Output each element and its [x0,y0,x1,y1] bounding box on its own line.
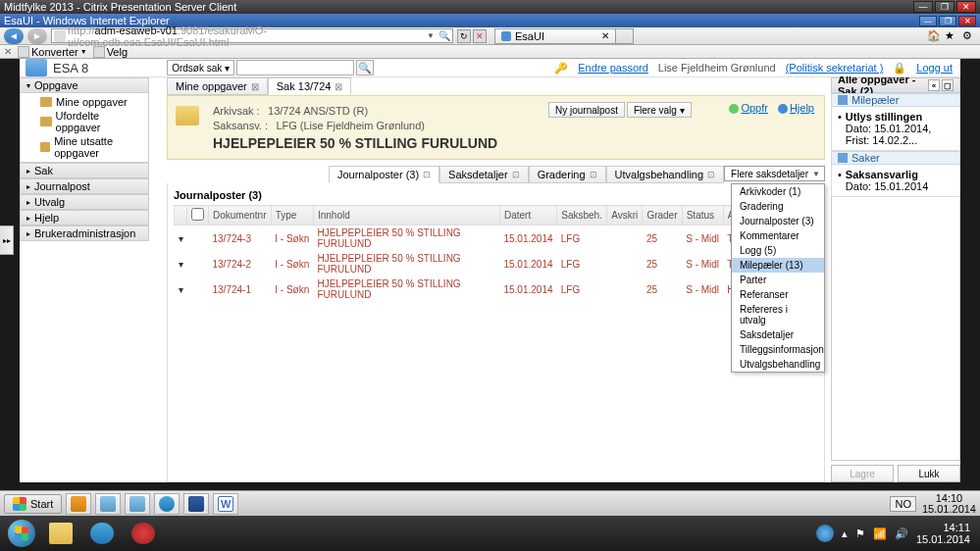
taskbar-icon-citrix[interactable] [124,519,163,548]
dropdown-item-saksdetaljer[interactable]: Saksdetaljer [732,327,824,342]
toolbar-close-button[interactable]: ✕ [4,46,12,57]
flere-valg-button[interactable]: Flere valg ▾ [627,102,692,118]
col-datert[interactable]: Datert [499,206,556,225]
dropdown-item-parter[interactable]: Parter [732,273,824,287]
col-saksbeh[interactable]: Saksbeh. [557,206,607,225]
dropdown-item-referanser[interactable]: Referanser [732,287,824,302]
new-tab-button[interactable] [616,28,634,44]
ie-close-button[interactable]: ✕ [958,16,976,26]
language-indicator[interactable]: NO [890,496,916,512]
pin-icon[interactable]: ⊡ [423,170,431,179]
back-button[interactable]: ◄ [4,28,24,44]
hjelp-link[interactable]: Hjelp [790,102,814,114]
panel-close-button[interactable]: ▢ [942,79,954,91]
sidebar-section-brukeradmin[interactable]: ▸ Brukeradministrasjon [20,225,149,241]
dropdown-item-arkivkoder[interactable]: Arkivkoder (1) [732,184,824,199]
outer-clock[interactable]: 14:11 15.01.2014 [916,522,970,545]
home-icon[interactable]: 🏠 [927,29,941,43]
select-all-checkbox[interactable] [191,208,204,221]
oppfr-link[interactable]: Oppfr [741,102,768,114]
refresh-button[interactable]: ↻ [457,29,471,43]
lukk-button[interactable]: Lukk [898,465,960,482]
expand-icon[interactable]: ▾ [175,251,187,276]
citrix-close-button[interactable]: ✕ [956,1,976,13]
ie-maximize-button[interactable]: ❐ [939,16,956,26]
subtab-utvalgsbehandling[interactable]: Utvalgsbehandling ⊡ [606,166,725,183]
tab-mine-oppgaver[interactable]: Mine oppgaver ⊠ [167,77,268,95]
pin-icon[interactable]: ⊡ [707,170,715,179]
lagre-button[interactable]: Lagre [831,465,894,482]
task-item[interactable]: • Utlys stillingen Dato: 15.01.2014, Fri… [831,107,960,151]
change-password-link[interactable]: Endre passord [578,62,648,74]
taskbar-icon-explorer2[interactable] [125,493,150,515]
tab-close-button[interactable]: ✕ [601,30,609,41]
inner-start-button[interactable]: Start [4,494,62,514]
col-type[interactable]: Type [271,206,313,225]
volume-icon[interactable]: 🔊 [895,527,908,540]
col-grader[interactable]: Grader [643,206,682,225]
sidebar-item-ufordelte[interactable]: Ufordelte oppgaver [21,109,148,134]
tab-close-icon[interactable]: ⊠ [335,81,342,92]
ie-minimize-button[interactable]: — [919,16,937,26]
flag-icon[interactable]: ⚑ [855,527,865,540]
pin-icon[interactable]: ⊡ [512,170,520,179]
subtab-saksdetaljer[interactable]: Saksdetaljer ⊡ [439,166,529,183]
dropdown-item-journalposter[interactable]: Journalposter (3) [732,214,824,228]
taskbar-icon-explorer[interactable] [95,493,121,515]
start-button[interactable] [4,516,39,551]
forward-button[interactable]: ► [27,28,47,44]
tab-close-icon[interactable]: ⊠ [251,81,259,92]
search-type-select[interactable]: Ordsøk sak ▾ [167,60,234,75]
action-center-icon[interactable] [816,525,834,542]
flere-saksdetaljer-select[interactable]: Flere saksdetaljer [724,166,825,181]
section-milepaeler[interactable]: Milepæler [831,93,960,107]
tools-icon[interactable]: ⚙ [962,29,976,43]
dropdown-item-utvalg[interactable]: Utvalgsbehandling [732,357,824,372]
col-status[interactable]: Status [682,206,723,225]
sidebar-section-sak[interactable]: ▸ Sak [20,163,149,178]
stop-button[interactable]: ✕ [473,29,487,43]
network-icon[interactable]: 📶 [873,527,887,540]
expand-icon[interactable]: ▾ [175,225,187,252]
task-item[interactable]: • Saksansvarlig Dato: 15.01.2014 [831,165,960,197]
dropdown-item-logg[interactable]: Logg (5) [732,243,824,258]
dropdown-item-milepaeler[interactable]: Milepæler (13) [732,258,824,273]
politisk-link[interactable]: (Politisk sekretariat ) [786,62,884,74]
logout-link[interactable]: Logg ut [916,62,953,74]
taskbar-icon-app[interactable] [183,493,209,515]
table-row[interactable]: ▾13/724-1I - SøknHJELPEPLEIER 50 % STILL… [175,276,818,302]
sidebar-section-journalpost[interactable]: ▸ Journalpost [20,178,149,194]
sidebar-collapse-handle[interactable]: ▸▸ [0,225,14,255]
taskbar-icon-outlook[interactable] [66,493,91,515]
col-dokumentnr[interactable]: Dokumentnr [209,206,272,225]
sidebar-section-oppgave[interactable]: ▾ Oppgave [20,77,149,93]
section-saker[interactable]: Saker [831,151,960,165]
konverter-button[interactable]: Konverter ▼ [18,46,87,58]
tab-sak[interactable]: Sak 13/724 ⊠ [268,77,352,95]
velg-button[interactable]: Velg [93,46,128,58]
taskbar-icon-ie[interactable] [82,519,122,548]
table-row[interactable]: ▾13/724-3I - SøknHJELPEPLEIER 50 % STILL… [175,225,818,252]
address-bar[interactable]: http://adm-esaweb-v01:9081/esakuraMO-ui/… [51,28,453,43]
ny-journalpost-button[interactable]: Ny journalpost [548,102,625,118]
citrix-maximize-button[interactable]: ❐ [935,1,954,13]
table-row[interactable]: ▾13/724-2I - SøknHJELPEPLEIER 50 % STILL… [175,251,818,276]
col-avskri[interactable]: Avskri [607,206,643,225]
sidebar-item-mine-oppgaver[interactable]: Mine oppgaver [21,95,148,109]
taskbar-icon-ie[interactable] [154,493,180,515]
search-input[interactable] [236,60,354,75]
browser-tab-esaui[interactable]: EsaUI ✕ [494,28,616,44]
col-checkbox[interactable] [187,206,209,225]
sidebar-section-hjelp[interactable]: ▸ Hjelp [20,210,149,225]
taskbar-icon-explorer[interactable] [41,519,80,548]
dropdown-item-kommentarer[interactable]: Kommentarer [732,228,824,243]
subtab-gradering[interactable]: Gradering ⊡ [529,166,606,183]
tray-arrow-icon[interactable]: ▴ [842,527,848,540]
panel-prev-button[interactable]: « [928,79,940,91]
citrix-minimize-button[interactable]: — [913,1,933,13]
favorites-icon[interactable]: ★ [945,29,958,43]
taskbar-icon-word[interactable]: W [213,493,238,515]
dropdown-item-gradering[interactable]: Gradering [732,199,824,214]
sidebar-section-utvalg[interactable]: ▸ Utvalg [20,194,149,210]
expand-icon[interactable]: ▾ [175,276,187,302]
